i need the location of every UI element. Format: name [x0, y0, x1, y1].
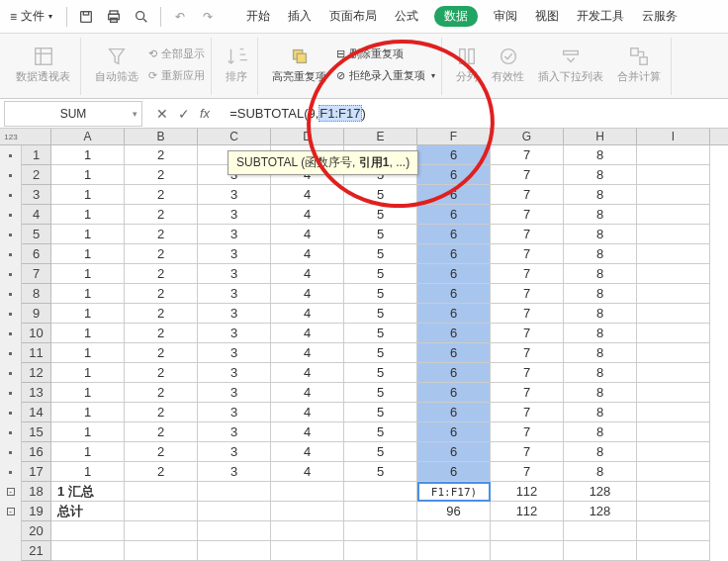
cell[interactable]: 2: [125, 403, 198, 422]
cell[interactable]: 4: [271, 284, 344, 304]
cell[interactable]: [637, 462, 710, 482]
cell[interactable]: 1: [51, 324, 125, 343]
col-header-C[interactable]: C: [198, 129, 271, 144]
insert-dropdown-button[interactable]: 插入下拉列表: [534, 38, 607, 93]
col-header-D[interactable]: D: [271, 129, 344, 144]
cell[interactable]: 5: [344, 304, 417, 324]
cell[interactable]: 4: [271, 244, 344, 264]
cell[interactable]: 2: [125, 442, 198, 462]
cell[interactable]: 3: [198, 205, 271, 225]
cell[interactable]: 6: [417, 145, 491, 165]
cell[interactable]: 1: [51, 264, 125, 284]
cell[interactable]: 6: [417, 363, 491, 383]
autofilter-button[interactable]: 自动筛选: [91, 38, 142, 93]
row-header[interactable]: 4: [22, 205, 51, 225]
tab-cloud[interactable]: 云服务: [640, 8, 680, 25]
row-header[interactable]: 5: [22, 225, 51, 244]
outline-dot[interactable]: [0, 284, 21, 304]
cell[interactable]: 112: [491, 482, 564, 502]
print-preview-icon[interactable]: [131, 6, 152, 28]
cell[interactable]: [637, 521, 710, 541]
cell[interactable]: 2: [125, 145, 198, 165]
cell[interactable]: [344, 541, 417, 561]
pivot-table-button[interactable]: 数据透视表: [12, 38, 74, 93]
cell[interactable]: 1: [51, 363, 125, 383]
tab-view[interactable]: 视图: [533, 8, 561, 25]
cell[interactable]: [344, 502, 417, 521]
row-header[interactable]: 15: [22, 422, 51, 442]
outline-dot[interactable]: [0, 442, 21, 462]
cell[interactable]: 8: [564, 442, 637, 462]
cell[interactable]: [198, 521, 271, 541]
cell[interactable]: 2: [125, 304, 198, 324]
undo-icon[interactable]: ↶: [169, 6, 191, 28]
cell[interactable]: 3: [198, 383, 271, 403]
cell[interactable]: 7: [491, 422, 564, 442]
tab-home[interactable]: 开始: [244, 8, 272, 25]
cell[interactable]: 5: [344, 324, 417, 343]
cell[interactable]: 8: [564, 244, 637, 264]
chevron-down-icon[interactable]: ▾: [133, 109, 137, 119]
cell[interactable]: 2: [125, 205, 198, 225]
cell[interactable]: 1: [51, 442, 125, 462]
cell[interactable]: 7: [491, 205, 564, 225]
row-header[interactable]: 16: [22, 442, 51, 462]
cell[interactable]: 4: [271, 343, 344, 363]
cell[interactable]: 4: [271, 422, 344, 442]
cell[interactable]: 4: [271, 324, 344, 343]
cell[interactable]: 3: [198, 442, 271, 462]
col-header-F[interactable]: F: [417, 129, 491, 144]
cell[interactable]: [637, 343, 710, 363]
cell[interactable]: 3: [198, 264, 271, 284]
outline-dot[interactable]: [0, 225, 21, 244]
outline-dot[interactable]: [0, 324, 21, 343]
col-header-G[interactable]: G: [491, 129, 564, 144]
cell[interactable]: 6: [417, 205, 491, 225]
cell[interactable]: F1:F17): [417, 482, 491, 502]
row-header[interactable]: 12: [22, 363, 51, 383]
cell[interactable]: 6: [417, 185, 491, 205]
col-header-B[interactable]: B: [125, 129, 198, 144]
cell[interactable]: [637, 225, 710, 244]
cell[interactable]: [637, 264, 710, 284]
tab-layout[interactable]: 页面布局: [327, 8, 379, 25]
group-levels[interactable]: 123: [0, 129, 22, 145]
cell[interactable]: [637, 185, 710, 205]
cell[interactable]: 7: [491, 343, 564, 363]
cell[interactable]: 7: [491, 185, 564, 205]
cell[interactable]: 7: [491, 264, 564, 284]
cell[interactable]: 6: [417, 324, 491, 343]
cell[interactable]: 5: [344, 185, 417, 205]
cell[interactable]: 4: [271, 383, 344, 403]
cell[interactable]: 6: [417, 462, 491, 482]
row-header[interactable]: 11: [22, 343, 51, 363]
tab-data[interactable]: 数据: [434, 6, 478, 27]
outline-dot[interactable]: [0, 205, 21, 225]
file-menu-button[interactable]: ≡ 文件 ▾: [4, 4, 58, 29]
cell[interactable]: 7: [491, 403, 564, 422]
cell[interactable]: 1 汇总: [51, 482, 125, 502]
row-header[interactable]: 10: [22, 324, 51, 343]
print-icon[interactable]: [103, 6, 125, 28]
cell[interactable]: [637, 165, 710, 185]
cell[interactable]: [271, 521, 344, 541]
cell[interactable]: 总计: [51, 502, 125, 521]
cell[interactable]: 8: [564, 403, 637, 422]
remove-duplicates-button[interactable]: ⊟删除重复项: [336, 45, 435, 64]
cell[interactable]: [637, 304, 710, 324]
cell[interactable]: [637, 324, 710, 343]
tab-review[interactable]: 审阅: [492, 8, 519, 25]
cell[interactable]: 6: [417, 422, 491, 442]
outline-dot[interactable]: [0, 244, 21, 264]
cell[interactable]: 8: [564, 185, 637, 205]
outline-dot[interactable]: [0, 521, 21, 541]
cell[interactable]: 4: [271, 442, 344, 462]
cell[interactable]: 4: [271, 205, 344, 225]
cell[interactable]: 6: [417, 264, 491, 284]
cell[interactable]: 128: [564, 482, 637, 502]
row-header[interactable]: 14: [22, 403, 51, 422]
validation-button[interactable]: 有效性: [488, 38, 528, 93]
cell[interactable]: 8: [564, 165, 637, 185]
outline-dot[interactable]: [0, 145, 21, 165]
cell[interactable]: [271, 502, 344, 521]
